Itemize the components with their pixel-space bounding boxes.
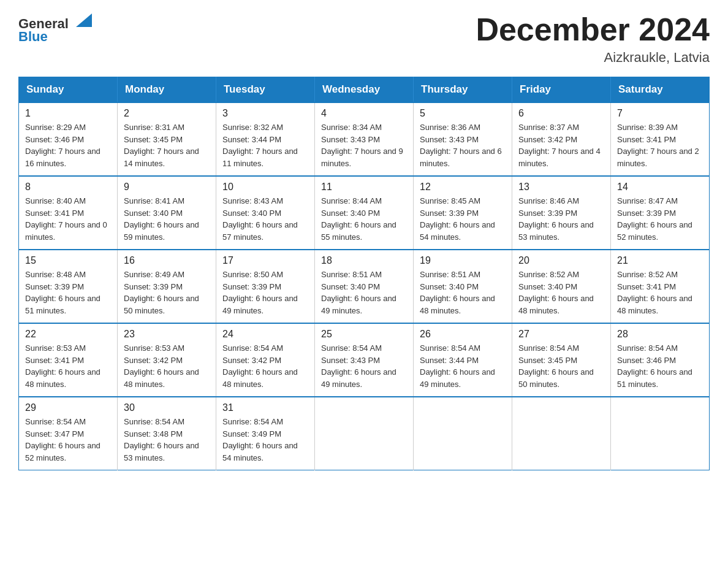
sunrise-label: Sunrise: 8:49 AM — [124, 270, 184, 279]
sunrise-label: Sunrise: 8:54 AM — [222, 417, 283, 426]
sunrise-label: Sunrise: 8:43 AM — [222, 196, 283, 205]
day-info: Sunrise: 8:54 AM Sunset: 3:46 PM Dayligh… — [617, 342, 703, 390]
daylight-label: Daylight: 6 hours and 51 minutes. — [617, 367, 692, 389]
day-info: Sunrise: 8:53 AM Sunset: 3:41 PM Dayligh… — [25, 342, 111, 390]
daylight-label: Daylight: 6 hours and 49 minutes. — [222, 294, 298, 315]
day-info: Sunrise: 8:51 AM Sunset: 3:40 PM Dayligh… — [420, 269, 506, 316]
sunset-label: Sunset: 3:39 PM — [420, 209, 479, 218]
daylight-label: Daylight: 6 hours and 48 minutes. — [124, 367, 199, 389]
calendar-cell: 14 Sunrise: 8:47 AM Sunset: 3:39 PM Dayl… — [611, 176, 710, 250]
weekday-header-thursday: Thursday — [414, 77, 512, 103]
calendar-cell: 25 Sunrise: 8:54 AM Sunset: 3:43 PM Dayl… — [315, 323, 414, 397]
svg-marker-0 — [76, 13, 92, 27]
calendar-cell: 21 Sunrise: 8:52 AM Sunset: 3:41 PM Dayl… — [611, 250, 710, 323]
day-number: 21 — [617, 255, 703, 266]
daylight-label: Daylight: 6 hours and 49 minutes. — [420, 367, 495, 389]
daylight-label: Daylight: 6 hours and 49 minutes. — [321, 367, 396, 389]
sunrise-label: Sunrise: 8:54 AM — [222, 343, 283, 353]
calendar-cell — [414, 397, 512, 470]
sunset-label: Sunset: 3:40 PM — [321, 209, 380, 218]
calendar-cell: 6 Sunrise: 8:37 AM Sunset: 3:42 PM Dayli… — [512, 102, 611, 176]
day-number: 19 — [420, 255, 506, 266]
daylight-label: Daylight: 6 hours and 50 minutes. — [518, 367, 594, 389]
calendar-cell: 13 Sunrise: 8:46 AM Sunset: 3:39 PM Dayl… — [512, 176, 611, 250]
sunset-label: Sunset: 3:49 PM — [222, 429, 281, 439]
sunrise-label: Sunrise: 8:54 AM — [518, 343, 579, 353]
daylight-label: Daylight: 6 hours and 50 minutes. — [124, 294, 199, 315]
daylight-label: Daylight: 6 hours and 48 minutes. — [25, 367, 100, 389]
weekday-header-tuesday: Tuesday — [216, 77, 315, 103]
calendar-week-row: 29 Sunrise: 8:54 AM Sunset: 3:47 PM Dayl… — [19, 397, 710, 470]
calendar-week-row: 8 Sunrise: 8:40 AM Sunset: 3:41 PM Dayli… — [19, 176, 710, 250]
day-info: Sunrise: 8:29 AM Sunset: 3:46 PM Dayligh… — [25, 121, 111, 169]
sunset-label: Sunset: 3:40 PM — [124, 209, 183, 218]
day-info: Sunrise: 8:32 AM Sunset: 3:44 PM Dayligh… — [222, 121, 308, 169]
day-info: Sunrise: 8:47 AM Sunset: 3:39 PM Dayligh… — [617, 195, 703, 243]
sunrise-label: Sunrise: 8:36 AM — [420, 123, 480, 132]
sunset-label: Sunset: 3:39 PM — [518, 209, 577, 218]
sunrise-label: Sunrise: 8:47 AM — [617, 196, 678, 205]
day-number: 12 — [420, 182, 506, 193]
day-info: Sunrise: 8:36 AM Sunset: 3:43 PM Dayligh… — [420, 121, 506, 169]
daylight-label: Daylight: 6 hours and 48 minutes. — [222, 367, 298, 389]
sunset-label: Sunset: 3:47 PM — [25, 429, 84, 439]
daylight-label: Daylight: 7 hours and 14 minutes. — [124, 147, 199, 168]
day-number: 11 — [321, 182, 407, 193]
sunrise-label: Sunrise: 8:40 AM — [25, 196, 86, 205]
calendar-week-row: 1 Sunrise: 8:29 AM Sunset: 3:46 PM Dayli… — [19, 102, 710, 176]
day-info: Sunrise: 8:43 AM Sunset: 3:40 PM Dayligh… — [222, 195, 308, 243]
calendar-cell: 29 Sunrise: 8:54 AM Sunset: 3:47 PM Dayl… — [19, 397, 118, 470]
day-info: Sunrise: 8:54 AM Sunset: 3:49 PM Dayligh… — [222, 416, 308, 464]
day-number: 5 — [420, 108, 506, 119]
day-info: Sunrise: 8:52 AM Sunset: 3:40 PM Dayligh… — [518, 269, 604, 316]
day-number: 23 — [124, 329, 210, 340]
sunrise-label: Sunrise: 8:44 AM — [321, 196, 382, 205]
sunrise-label: Sunrise: 8:52 AM — [518, 270, 579, 279]
calendar-cell: 17 Sunrise: 8:50 AM Sunset: 3:39 PM Dayl… — [216, 250, 315, 323]
day-number: 10 — [222, 182, 308, 193]
day-number: 13 — [518, 182, 604, 193]
sunset-label: Sunset: 3:40 PM — [222, 209, 281, 218]
calendar-cell: 18 Sunrise: 8:51 AM Sunset: 3:40 PM Dayl… — [315, 250, 414, 323]
calendar-cell: 3 Sunrise: 8:32 AM Sunset: 3:44 PM Dayli… — [216, 102, 315, 176]
calendar-cell — [611, 397, 710, 470]
day-info: Sunrise: 8:54 AM Sunset: 3:43 PM Dayligh… — [321, 342, 407, 390]
weekday-header-monday: Monday — [118, 77, 216, 103]
day-number: 20 — [518, 255, 604, 266]
sunrise-label: Sunrise: 8:54 AM — [420, 343, 480, 353]
weekday-header-saturday: Saturday — [611, 77, 710, 103]
sunrise-label: Sunrise: 8:41 AM — [124, 196, 184, 205]
day-info: Sunrise: 8:40 AM Sunset: 3:41 PM Dayligh… — [25, 195, 111, 243]
daylight-label: Daylight: 6 hours and 54 minutes. — [420, 220, 495, 242]
day-info: Sunrise: 8:51 AM Sunset: 3:40 PM Dayligh… — [321, 269, 407, 316]
sunrise-label: Sunrise: 8:51 AM — [420, 270, 480, 279]
sunrise-label: Sunrise: 8:37 AM — [518, 123, 579, 132]
daylight-label: Daylight: 6 hours and 48 minutes. — [518, 294, 594, 315]
daylight-label: Daylight: 7 hours and 4 minutes. — [518, 147, 601, 168]
sunset-label: Sunset: 3:42 PM — [518, 135, 577, 144]
day-number: 9 — [124, 182, 210, 193]
sunset-label: Sunset: 3:40 PM — [420, 282, 479, 291]
sunrise-label: Sunrise: 8:53 AM — [25, 343, 86, 353]
calendar-cell: 11 Sunrise: 8:44 AM Sunset: 3:40 PM Dayl… — [315, 176, 414, 250]
day-info: Sunrise: 8:37 AM Sunset: 3:42 PM Dayligh… — [518, 121, 604, 169]
day-number: 31 — [222, 402, 308, 413]
calendar-cell — [512, 397, 611, 470]
sunset-label: Sunset: 3:40 PM — [518, 282, 577, 291]
day-info: Sunrise: 8:46 AM Sunset: 3:39 PM Dayligh… — [518, 195, 604, 243]
sunset-label: Sunset: 3:39 PM — [222, 282, 281, 291]
day-info: Sunrise: 8:48 AM Sunset: 3:39 PM Dayligh… — [25, 269, 111, 316]
sunset-label: Sunset: 3:46 PM — [617, 356, 676, 365]
sunrise-label: Sunrise: 8:54 AM — [321, 343, 382, 353]
calendar-table: SundayMondayTuesdayWednesdayThursdayFrid… — [18, 77, 710, 470]
daylight-label: Daylight: 6 hours and 52 minutes. — [25, 441, 100, 462]
day-number: 27 — [518, 329, 604, 340]
calendar-cell: 1 Sunrise: 8:29 AM Sunset: 3:46 PM Dayli… — [19, 102, 118, 176]
day-info: Sunrise: 8:54 AM Sunset: 3:47 PM Dayligh… — [25, 416, 111, 464]
sunrise-label: Sunrise: 8:53 AM — [124, 343, 184, 353]
calendar-cell: 12 Sunrise: 8:45 AM Sunset: 3:39 PM Dayl… — [414, 176, 512, 250]
sunrise-label: Sunrise: 8:34 AM — [321, 123, 382, 132]
sunset-label: Sunset: 3:43 PM — [420, 135, 479, 144]
calendar-cell: 7 Sunrise: 8:39 AM Sunset: 3:41 PM Dayli… — [611, 102, 710, 176]
sunset-label: Sunset: 3:41 PM — [25, 356, 84, 365]
